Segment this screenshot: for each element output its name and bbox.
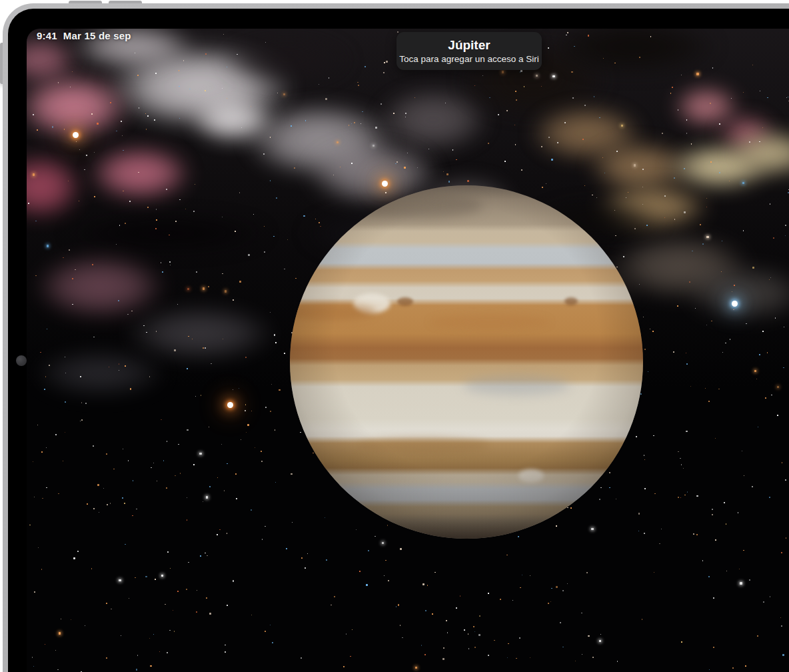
banner-subtitle: Toca para agregar un acceso a Siri <box>399 54 538 65</box>
screen[interactable]: 9:41 Mar 15 de sep Júpiter Toca para agr… <box>27 29 789 672</box>
status-time: 9:41 <box>37 30 57 41</box>
bright-star <box>227 402 233 408</box>
bezel: 9:41 Mar 15 de sep Júpiter Toca para agr… <box>8 9 789 672</box>
device-frame: 9:41 Mar 15 de sep Júpiter Toca para agr… <box>3 3 789 672</box>
banner-title: Júpiter <box>448 38 490 53</box>
bright-star <box>73 132 79 138</box>
planet-bottom-shading <box>290 185 643 539</box>
status-date: Mar 15 de sep <box>63 30 131 41</box>
bright-star <box>382 181 388 187</box>
front-camera-icon <box>16 355 27 366</box>
status-bar: 9:41 Mar 15 de sep <box>37 30 131 41</box>
siri-suggestion-banner[interactable]: Júpiter Toca para agregar un acceso a Si… <box>396 32 542 70</box>
planet-jupiter[interactable] <box>290 185 643 539</box>
bright-star <box>732 301 738 307</box>
